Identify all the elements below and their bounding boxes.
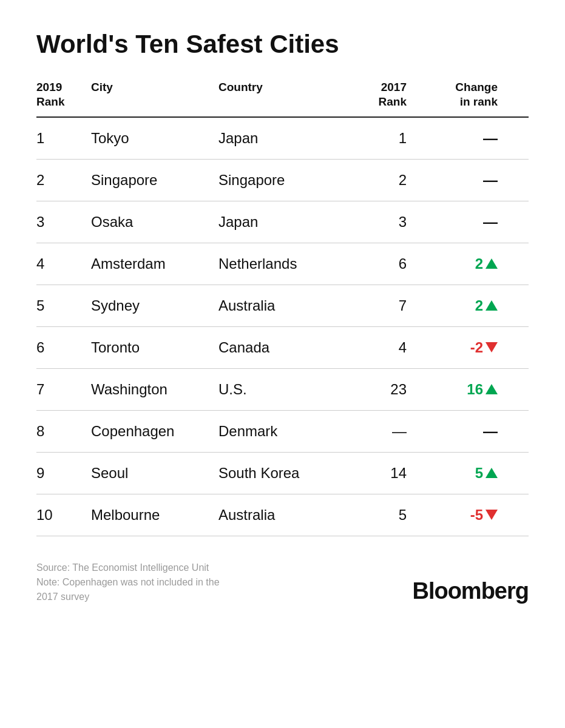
cell-change: — xyxy=(407,423,498,440)
cell-city: Seoul xyxy=(91,465,218,482)
col-header-rank2017: 2017 Rank xyxy=(346,80,407,109)
cell-rank2019: 4 xyxy=(36,255,91,272)
cell-rank2017: 3 xyxy=(346,214,407,231)
cell-rank2017: 7 xyxy=(346,297,407,314)
cell-city: Sydney xyxy=(91,297,218,314)
bloomberg-logo: Bloomberg xyxy=(412,578,529,604)
cell-change: — xyxy=(407,172,498,189)
up-arrow-icon xyxy=(485,300,498,311)
cell-country: Netherlands xyxy=(218,255,346,272)
cell-rank2019: 8 xyxy=(36,423,91,440)
change-value: 16 xyxy=(467,381,483,398)
cell-rank2019: 7 xyxy=(36,381,91,398)
cell-rank2017: — xyxy=(346,423,407,440)
table-row: 9SeoulSouth Korea145 xyxy=(36,453,529,494)
up-arrow-icon xyxy=(485,468,498,478)
cell-city: Singapore xyxy=(91,172,218,189)
change-value: 2 xyxy=(475,297,483,314)
col-header-change: Change in rank xyxy=(407,80,498,109)
page-title: World's Ten Safest Cities xyxy=(36,30,529,58)
cell-rank2019: 5 xyxy=(36,297,91,314)
cell-city: Amsterdam xyxy=(91,255,218,272)
change-value: — xyxy=(483,423,498,440)
cell-rank2019: 9 xyxy=(36,465,91,482)
table-row: 8CopenhagenDenmark—— xyxy=(36,411,529,453)
change-value: -5 xyxy=(470,507,483,524)
cell-country: Japan xyxy=(218,214,346,231)
table-row: 4AmsterdamNetherlands62 xyxy=(36,243,529,285)
cell-rank2017: 6 xyxy=(346,255,407,272)
up-arrow-icon xyxy=(485,258,498,269)
change-value: 2 xyxy=(475,255,483,272)
cell-rank2017: 1 xyxy=(346,130,407,147)
cell-change: 2 xyxy=(407,255,498,272)
change-value: -2 xyxy=(470,339,483,356)
table-row: 5SydneyAustralia72 xyxy=(36,285,529,327)
cell-city: Melbourne xyxy=(91,507,218,524)
cell-city: Osaka xyxy=(91,214,218,231)
cell-country: U.S. xyxy=(218,381,346,398)
cell-change: 16 xyxy=(407,381,498,398)
cell-change: -2 xyxy=(407,339,498,356)
cell-change: — xyxy=(407,130,498,147)
cell-country: Singapore xyxy=(218,172,346,189)
table-body: 1TokyoJapan1—2SingaporeSingapore2—3Osaka… xyxy=(36,118,529,536)
change-value: — xyxy=(483,214,498,231)
col-header-city: City xyxy=(91,80,218,109)
col-header-country: Country xyxy=(218,80,346,109)
table-row: 6TorontoCanada4-2 xyxy=(36,327,529,369)
cell-change: — xyxy=(407,214,498,231)
cell-country: Denmark xyxy=(218,423,346,440)
table-row: 10MelbourneAustralia5-5 xyxy=(36,494,529,536)
cell-rank2019: 6 xyxy=(36,339,91,356)
cell-rank2017: 2 xyxy=(346,172,407,189)
page-container: World's Ten Safest Cities 2019 Rank City… xyxy=(36,30,529,604)
cell-rank2019: 3 xyxy=(36,214,91,231)
data-table: 2019 Rank City Country 2017 Rank Change … xyxy=(36,80,529,536)
cell-country: Australia xyxy=(218,297,346,314)
cell-change: 2 xyxy=(407,297,498,314)
cell-rank2017: 5 xyxy=(346,507,407,524)
table-header: 2019 Rank City Country 2017 Rank Change … xyxy=(36,80,529,118)
cell-change: 5 xyxy=(407,465,498,482)
cell-city: Copenhagen xyxy=(91,423,218,440)
footer: Source: The Economist Intelligence UnitN… xyxy=(36,561,529,604)
down-arrow-icon xyxy=(485,510,498,520)
cell-country: Canada xyxy=(218,339,346,356)
table-row: 7WashingtonU.S.2316 xyxy=(36,369,529,411)
change-value: — xyxy=(483,130,498,147)
cell-rank2017: 23 xyxy=(346,381,407,398)
cell-city: Tokyo xyxy=(91,130,218,147)
table-row: 2SingaporeSingapore2— xyxy=(36,160,529,201)
cell-change: -5 xyxy=(407,507,498,524)
cell-rank2017: 4 xyxy=(346,339,407,356)
change-value: 5 xyxy=(475,465,483,482)
cell-rank2019: 1 xyxy=(36,130,91,147)
down-arrow-icon xyxy=(485,342,498,352)
cell-rank2019: 2 xyxy=(36,172,91,189)
cell-city: Washington xyxy=(91,381,218,398)
cell-rank2017: 14 xyxy=(346,465,407,482)
table-row: 3OsakaJapan3— xyxy=(36,201,529,243)
cell-country: Japan xyxy=(218,130,346,147)
change-value: — xyxy=(483,172,498,189)
up-arrow-icon xyxy=(485,384,498,394)
cell-rank2019: 10 xyxy=(36,507,91,524)
cell-country: South Korea xyxy=(218,465,346,482)
footnote: Source: The Economist Intelligence UnitN… xyxy=(36,561,220,604)
cell-country: Australia xyxy=(218,507,346,524)
col-header-rank2019: 2019 Rank xyxy=(36,80,91,109)
table-row: 1TokyoJapan1— xyxy=(36,118,529,160)
cell-city: Toronto xyxy=(91,339,218,356)
